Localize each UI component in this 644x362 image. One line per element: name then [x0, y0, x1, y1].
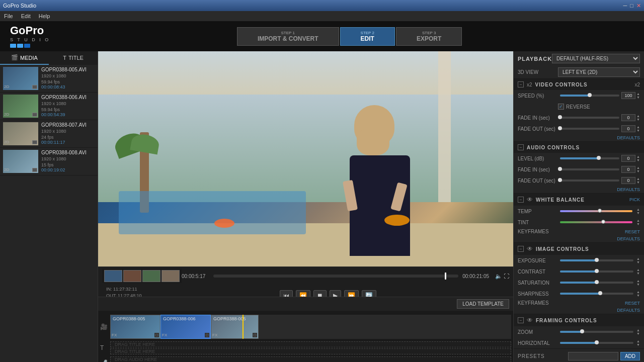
- ic-kf-label: KEYFRAMES: [518, 300, 622, 306]
- presets-input[interactable]: [568, 352, 618, 360]
- contrast-slider[interactable]: [560, 270, 633, 273]
- clip-thumb: 2D: [3, 122, 38, 145]
- minimize-btn[interactable]: ─: [623, 3, 627, 9]
- ac-defaults-btn[interactable]: DEFAULTS: [613, 186, 644, 193]
- fullscreen-icon[interactable]: ⛶: [504, 273, 509, 280]
- clip-fps: 59.94 fps: [41, 107, 95, 112]
- ic-defaults-btn[interactable]: DEFAULTS: [613, 307, 644, 314]
- maximize-btn[interactable]: □: [630, 3, 633, 9]
- tint-row: TINT ▲▼: [514, 217, 644, 228]
- step2-btn[interactable]: STEP 2 EDIT: [340, 27, 395, 46]
- ic-reset-btn[interactable]: RESET: [625, 301, 640, 306]
- track-clip[interactable]: GOPR0388-005 FX □: [211, 315, 259, 339]
- ic-toggle[interactable]: −: [518, 246, 524, 252]
- clip-label: GOPR0388-005: [113, 316, 145, 321]
- horizontal-slider[interactable]: [560, 342, 633, 344]
- wb-pick-btn[interactable]: PICK: [629, 197, 640, 202]
- speed-slider[interactable]: [560, 95, 619, 97]
- exposure-slider[interactable]: [560, 259, 633, 261]
- clip-item[interactable]: 2D GOPR0388-007.AVI 1920 x 1080 24 fps 0…: [0, 120, 98, 148]
- tab-title[interactable]: T TITLE: [49, 51, 98, 65]
- presets-header: PRESETS ADD: [518, 352, 640, 360]
- fade-out-slider[interactable]: [560, 128, 619, 130]
- add-preset-btn[interactable]: ADD: [620, 352, 640, 360]
- menu-edit[interactable]: Edit: [21, 13, 31, 19]
- wb-defaults-btn[interactable]: DEFAULTS: [613, 235, 644, 242]
- ic-eye[interactable]: 👁: [527, 245, 533, 252]
- title-icon: T: [63, 55, 66, 61]
- fade-in-slider[interactable]: [560, 117, 619, 119]
- fi-up[interactable]: ▲: [636, 114, 640, 118]
- audio-fade-out-slider[interactable]: [560, 179, 619, 182]
- clip-label: GOPR0388-006: [163, 316, 196, 321]
- reverse-checkbox[interactable]: ✓: [558, 104, 564, 110]
- vc-defaults-btn[interactable]: DEFAULTS: [613, 134, 644, 141]
- presets-label: PRESETS: [518, 353, 568, 359]
- fi-down[interactable]: ▼: [636, 118, 640, 121]
- menubar: File Edit Help: [0, 11, 644, 21]
- step2-num: STEP 2: [361, 31, 374, 35]
- clip-name: GOPR0388-006.AVI: [41, 95, 95, 100]
- vc-toggle[interactable]: −: [518, 81, 524, 87]
- clip-name: GOPR0388-007.AVI: [41, 122, 95, 128]
- step3-num: STEP 3: [417, 31, 441, 35]
- scrubber-handle[interactable]: [445, 273, 446, 280]
- vc-title: VIDEO CONTROLS: [535, 82, 632, 87]
- fc-toggle[interactable]: −: [518, 317, 524, 323]
- close-btn[interactable]: ✕: [636, 3, 641, 9]
- wb-reset-btn[interactable]: RESET: [625, 229, 640, 234]
- ac-toggle[interactable]: −: [518, 144, 524, 150]
- audio-fade-out-val: 0: [621, 177, 635, 184]
- speed-down[interactable]: ▼: [636, 96, 640, 99]
- clip-item[interactable]: 2D GOPR0388-008.AVI 1920 x 1080 15 fps 0…: [0, 148, 98, 175]
- zoom-label: ZOOM: [518, 329, 558, 335]
- menu-file[interactable]: File: [4, 13, 13, 19]
- clip-item[interactable]: 2D GOPR0388-006.AVI 1920 x 1080 59.94 fp…: [0, 93, 98, 120]
- media-tab-bar: 🎬 MEDIA T TITLE: [0, 51, 98, 65]
- fo-up[interactable]: ▲: [636, 125, 640, 129]
- step3-btn[interactable]: STEP 3 EXPORT: [396, 27, 462, 46]
- sharpness-row: SHARPNESS ▲▼: [514, 288, 644, 299]
- fo-down[interactable]: ▼: [636, 129, 640, 132]
- clip-info: GOPR0388-007.AVI 1920 x 1080 24 fps 00:0…: [41, 122, 95, 145]
- wb-eye[interactable]: 👁: [527, 196, 533, 203]
- track-content[interactable]: GOPR0388-005 FX □ GOPR0388-006 FX □ GO: [110, 315, 511, 339]
- clip-thumb: 2D: [3, 150, 38, 173]
- tab-media[interactable]: 🎬 MEDIA: [0, 51, 49, 65]
- wb-toggle[interactable]: −: [518, 197, 524, 203]
- level-value: 0: [621, 155, 635, 162]
- audio-fade-in-slider[interactable]: [560, 168, 619, 170]
- level-slider[interactable]: [560, 157, 619, 159]
- tint-slider[interactable]: [560, 221, 632, 223]
- resolution-select[interactable]: DEFAULT (HALF-RES): [552, 54, 640, 63]
- playhead[interactable]: [243, 315, 244, 339]
- zoom-slider[interactable]: [560, 331, 633, 333]
- center-panel: 00:00:5:17 00:00:21:05 🔈 ⛶ IN: 11:27:32:…: [98, 51, 513, 362]
- title-track: T DRAG TITLE HERE DRAG TITLE HERE: [98, 340, 513, 355]
- sharpness-slider[interactable]: [560, 293, 633, 295]
- saturation-slider[interactable]: [560, 282, 633, 284]
- 3d-view-select[interactable]: LEFT EYE (2D): [558, 67, 640, 77]
- wb-header[interactable]: − 👁 WHITE BALANCE PICK: [514, 194, 644, 206]
- load-template-btn[interactable]: LOAD TEMPLATE: [457, 299, 509, 309]
- video-area: [98, 51, 513, 266]
- track-clip-selected[interactable]: GOPR0388-006 FX □: [160, 315, 211, 339]
- speed-up[interactable]: ▲: [636, 92, 640, 96]
- volume-icon[interactable]: 🔈: [495, 273, 502, 280]
- speed-row: SPEED (%) 100 ▲▼: [514, 90, 644, 101]
- clip-name: GOPR0388-005.AVI: [41, 67, 95, 72]
- video-controls-header[interactable]: − x2 VIDEO CONTROLS x2: [514, 79, 644, 90]
- temp-slider[interactable]: [560, 210, 632, 212]
- fc-eye[interactable]: 👁: [527, 317, 533, 324]
- tint-label: TINT: [518, 220, 558, 225]
- fc-header[interactable]: − 👁 FRAMING CONTROLS: [514, 314, 644, 326]
- audio-controls-header[interactable]: − AUDIO CONTROLS: [514, 142, 644, 153]
- menu-help[interactable]: Help: [39, 13, 50, 19]
- header: GoPro S T U D I O STEP 1 IMPORT & CONVER…: [0, 21, 644, 51]
- scrubber[interactable]: [213, 275, 458, 278]
- track-clip[interactable]: GOPR0388-005 FX □: [110, 315, 160, 339]
- clip-item[interactable]: 2D GOPR0388-005.AVI 1920 x 1080 59.94 fp…: [0, 65, 98, 93]
- temp-row: TEMP ▲▼: [514, 206, 644, 217]
- ic-header[interactable]: − 👁 IMAGE CONTROLS: [514, 243, 644, 255]
- step1-btn[interactable]: STEP 1 IMPORT & CONVERT: [237, 27, 339, 46]
